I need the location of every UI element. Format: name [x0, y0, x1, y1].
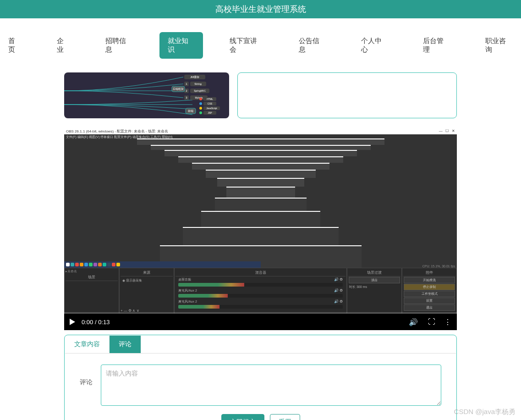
- obs-bottom-panel: ▸未命名 场景 来源 ◉ 显示器采集 + — ⚙ ∧ ∨ 混音器 桌面音频🔊 ⚙…: [64, 268, 457, 314]
- svg-text:JSP: JSP: [208, 111, 212, 114]
- app-title: 高校毕业生就业管理系统: [215, 5, 306, 14]
- video-controls: 0:00 / 0:13 🔊 ⛶ ⋮: [64, 314, 457, 330]
- video-frame: OBS 26.1.1 (64-bit, windows) - 配置文件: 未命名…: [64, 128, 457, 314]
- reset-button[interactable]: 重置: [270, 414, 300, 420]
- video-time: 0:00 / 0:13: [82, 319, 110, 326]
- article-tabs: 文章内容 评论: [65, 336, 456, 354]
- svg-text:JavaScript: JavaScript: [206, 107, 217, 110]
- app-header: 高校毕业生就业管理系统: [0, 0, 521, 18]
- nav-offline[interactable]: 线下宣讲会: [221, 32, 272, 59]
- mindmap-thumbnail[interactable]: JM缓存 1 String 2 SpringMVC 3 Mybatis 后端框架…: [64, 72, 229, 118]
- fullscreen-icon[interactable]: ⛶: [428, 318, 434, 326]
- obs-scenes-panel: ▸未命名 场景: [64, 268, 119, 314]
- mindmap-svg: JM缓存 1 String 2 SpringMVC 3 Mybatis 后端框架…: [64, 72, 229, 118]
- video-player[interactable]: OBS 26.1.1 (64-bit, windows) - 配置文件: 未命名…: [64, 128, 457, 330]
- obs-transitions-panel: 场景过渡 淡出 时长 300 ms: [347, 268, 402, 314]
- nav-knowledge[interactable]: 就业知识: [159, 32, 203, 59]
- svg-point-24: [199, 107, 202, 110]
- svg-point-21: [199, 102, 202, 105]
- svg-text:HTML: HTML: [207, 98, 213, 100]
- svg-text:JM缓存: JM缓存: [190, 76, 199, 78]
- comment-section: 文章内容 评论 评论 立即提交 重置: [64, 335, 457, 420]
- obs-status: CPU: 15.1%, 30.01 fps: [422, 265, 455, 268]
- svg-text:String: String: [194, 83, 202, 85]
- svg-text:SpringMVC: SpringMVC: [194, 89, 206, 92]
- tab-content[interactable]: 文章内容: [65, 336, 110, 353]
- volume-icon[interactable]: 🔊: [409, 318, 418, 326]
- nav-consult[interactable]: 职业咨询: [477, 32, 521, 59]
- article-card[interactable]: [237, 72, 457, 118]
- tab-comments[interactable]: 评论: [110, 336, 141, 353]
- obs-preview-recursive: [64, 137, 457, 268]
- content-cards: JM缓存 1 String 2 SpringMVC 3 Mybatis 后端框架…: [0, 72, 521, 124]
- svg-point-27: [199, 111, 202, 114]
- nav-admin[interactable]: 后台管理: [415, 32, 459, 59]
- nav-recruitment[interactable]: 招聘信息: [97, 32, 141, 59]
- comment-textarea[interactable]: [101, 365, 441, 406]
- window-controls: — ☐ ✕: [439, 129, 455, 134]
- svg-text:后端框架: 后端框架: [173, 88, 184, 90]
- play-icon[interactable]: [70, 319, 75, 325]
- obs-titlebar: OBS 26.1.1 (64-bit, windows) - 配置文件: 未命名…: [64, 128, 457, 134]
- nav-announce[interactable]: 公告信息: [291, 32, 335, 59]
- svg-point-18: [199, 98, 202, 100]
- watermark: CSDN @java李杨勇: [454, 408, 516, 416]
- obs-mixer-panel: 混音器 桌面音频🔊 ⚙ 麦克风/Aux 2🔊 ⚙ 麦克风/Aux 2🔊 ⚙: [174, 268, 347, 314]
- nav-enterprise[interactable]: 企业: [49, 32, 79, 59]
- obs-sources-panel: 来源 ◉ 显示器采集 + — ⚙ ∧ ∨: [119, 268, 174, 314]
- obs-controls-panel: 控件 开始推流 停止录制 工作室模式 设置 退出: [402, 268, 457, 314]
- nav-personal[interactable]: 个人中心: [353, 32, 397, 59]
- video-progress[interactable]: [64, 312, 457, 314]
- submit-button[interactable]: 立即提交: [221, 414, 264, 420]
- more-icon[interactable]: ⋮: [444, 318, 451, 326]
- nav-home[interactable]: 首页: [0, 32, 30, 59]
- comment-label: 评论: [80, 378, 93, 387]
- comment-form: 评论 立即提交 重置: [65, 354, 456, 420]
- windows-taskbar: [64, 261, 261, 268]
- svg-text:前端: 前端: [188, 110, 193, 112]
- svg-text:CSS: CSS: [208, 102, 213, 105]
- main-nav: 首页 企业 招聘信息 就业知识 线下宣讲会 公告信息 个人中心 后台管理 职业咨…: [0, 18, 521, 72]
